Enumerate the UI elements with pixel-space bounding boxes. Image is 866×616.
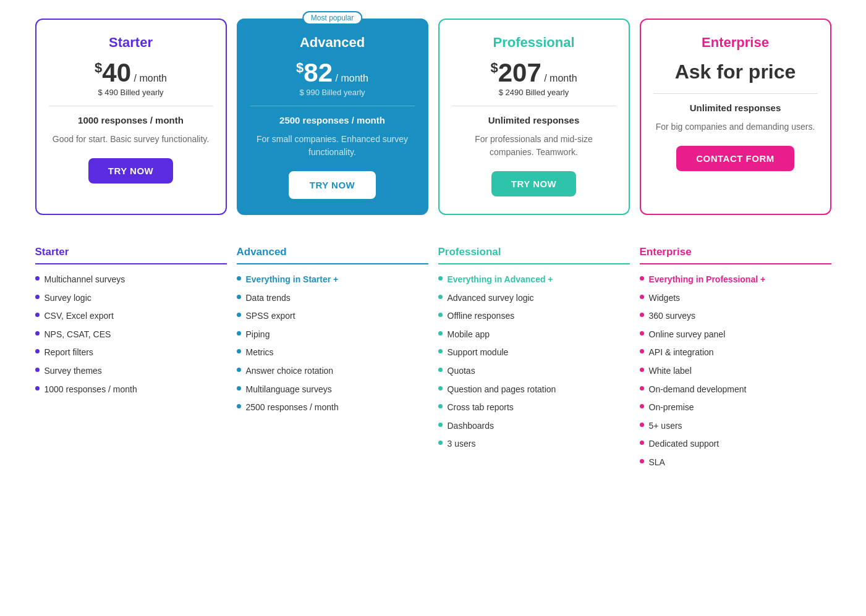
enterprise-divider: [653, 93, 818, 94]
bullet-icon: [35, 295, 40, 299]
advanced-feature-list: Everything in Starter + Data trends SPSS…: [237, 271, 428, 417]
starter-plan-card: Starter $40 / month $ 490 Billed yearly …: [35, 19, 227, 215]
pricing-cards-section: Starter $40 / month $ 490 Billed yearly …: [25, 19, 841, 215]
advanced-price-per: / month: [333, 73, 368, 83]
list-item: Online survey panel: [640, 326, 831, 344]
list-item: Dashboards: [438, 417, 630, 436]
bullet-icon: [438, 313, 443, 317]
advanced-price-amount: 82: [304, 58, 333, 87]
starter-feature-list: Multichannel surveys Survey logic CSV, E…: [35, 271, 227, 399]
professional-cta-button[interactable]: TRY NOW: [491, 171, 577, 196]
professional-price-main: $207 / month: [452, 58, 616, 88]
starter-price-per: / month: [131, 73, 167, 83]
enterprise-plan-card: Enterprise Ask for price Unlimited respo…: [640, 19, 831, 215]
enterprise-plan-name: Enterprise: [653, 35, 818, 51]
professional-feature-title: Professional: [438, 246, 630, 264]
enterprise-feature-list: Everything in Professional + Widgets 360…: [640, 271, 831, 472]
bullet-icon: [237, 331, 241, 335]
list-item: Everything in Advanced +: [438, 271, 630, 289]
bullet-icon: [237, 368, 241, 372]
features-section: Starter Multichannel surveys Survey logi…: [25, 246, 841, 472]
bullet-icon: [438, 349, 443, 353]
list-item: Question and pages rotation: [438, 381, 630, 399]
list-item: SLA: [640, 454, 831, 472]
starter-price-yearly: $ 490 Billed yearly: [49, 88, 213, 97]
list-item: On-premise: [640, 399, 831, 417]
list-item: Advanced survey logic: [438, 289, 630, 308]
bullet-icon: [35, 368, 40, 372]
bullet-icon: [438, 331, 443, 335]
list-item: Dedicated support: [640, 435, 831, 454]
starter-price-amount: 40: [102, 58, 131, 87]
bullet-icon: [438, 441, 443, 445]
professional-responses: Unlimited responses: [452, 115, 616, 125]
list-item: Survey themes: [35, 362, 227, 381]
list-item: Multichannel surveys: [35, 271, 227, 289]
advanced-price-main: $82 / month: [250, 58, 415, 88]
bullet-icon: [438, 276, 443, 281]
professional-price-amount: 207: [498, 58, 541, 87]
advanced-price-yearly: $ 990 Billed yearly: [250, 88, 415, 97]
bullet-icon: [237, 295, 241, 299]
list-item: Survey logic: [35, 289, 227, 308]
advanced-divider: [250, 106, 415, 106]
enterprise-feature-title: Enterprise: [640, 246, 831, 264]
bullet-icon: [237, 349, 241, 353]
list-item: 5+ users: [640, 417, 831, 436]
enterprise-responses: Unlimited responses: [653, 103, 818, 113]
starter-cta-button[interactable]: TRY NOW: [88, 158, 174, 184]
advanced-plan-card: Most popular Advanced $82 / month $ 990 …: [237, 19, 428, 215]
bullet-icon: [438, 386, 443, 390]
starter-description: Good for start. Basic survey functionali…: [49, 133, 213, 146]
list-item: White label: [640, 362, 831, 381]
bullet-icon: [640, 276, 644, 281]
list-item: Quotas: [438, 362, 630, 381]
professional-currency: $: [490, 60, 498, 75]
list-item: NPS, CSAT, CES: [35, 326, 227, 344]
bullet-icon: [640, 313, 644, 317]
bullet-icon: [640, 295, 644, 299]
list-item: Offline responses: [438, 307, 630, 326]
list-item: Mobile app: [438, 326, 630, 344]
professional-price-block: $207 / month $ 2490 Billed yearly: [452, 58, 616, 97]
list-item: Metrics: [237, 344, 428, 362]
list-item: Piping: [237, 326, 428, 344]
bullet-icon: [640, 441, 644, 445]
enterprise-description: For big companies and demanding users.: [653, 120, 818, 133]
enterprise-price-block: Ask for price: [653, 61, 818, 83]
professional-divider: [452, 106, 616, 106]
bullet-icon: [640, 368, 644, 372]
list-item: Support module: [438, 344, 630, 362]
bullet-icon: [438, 423, 443, 427]
starter-price-block: $40 / month $ 490 Billed yearly: [49, 58, 213, 97]
list-item: Report filters: [35, 344, 227, 362]
professional-price-yearly: $ 2490 Billed yearly: [452, 88, 616, 97]
professional-price-per: / month: [541, 73, 577, 83]
starter-plan-name: Starter: [49, 35, 213, 51]
professional-description: For professionals and mid-size companies…: [452, 133, 616, 159]
bullet-icon: [640, 331, 644, 335]
professional-feature-col: Professional Everything in Advanced + Ad…: [438, 246, 630, 472]
enterprise-cta-button[interactable]: CONTACT FORM: [676, 146, 794, 171]
starter-feature-title: Starter: [35, 246, 227, 264]
bullet-icon: [35, 349, 40, 353]
starter-feature-col: Starter Multichannel surveys Survey logi…: [35, 246, 227, 472]
advanced-price-block: $82 / month $ 990 Billed yearly: [250, 58, 415, 97]
starter-price-main: $40 / month: [49, 58, 213, 88]
list-item: Answer choice rotation: [237, 362, 428, 381]
list-item: Multilanguage surveys: [237, 381, 428, 399]
advanced-feature-col: Advanced Everything in Starter + Data tr…: [237, 246, 428, 472]
starter-currency: $: [95, 60, 102, 75]
bullet-icon: [35, 276, 40, 281]
list-item: 2500 responses / month: [237, 399, 428, 417]
advanced-plan-name: Advanced: [250, 35, 415, 51]
advanced-cta-button[interactable]: TRY NOW: [289, 171, 376, 199]
bullet-icon: [438, 295, 443, 299]
bullet-icon: [237, 386, 241, 390]
list-item: 3 users: [438, 435, 630, 454]
bullet-icon: [640, 404, 644, 408]
list-item: On-demand development: [640, 381, 831, 399]
bullet-icon: [438, 368, 443, 372]
bullet-icon: [35, 313, 40, 317]
professional-plan-name: Professional: [452, 35, 616, 51]
